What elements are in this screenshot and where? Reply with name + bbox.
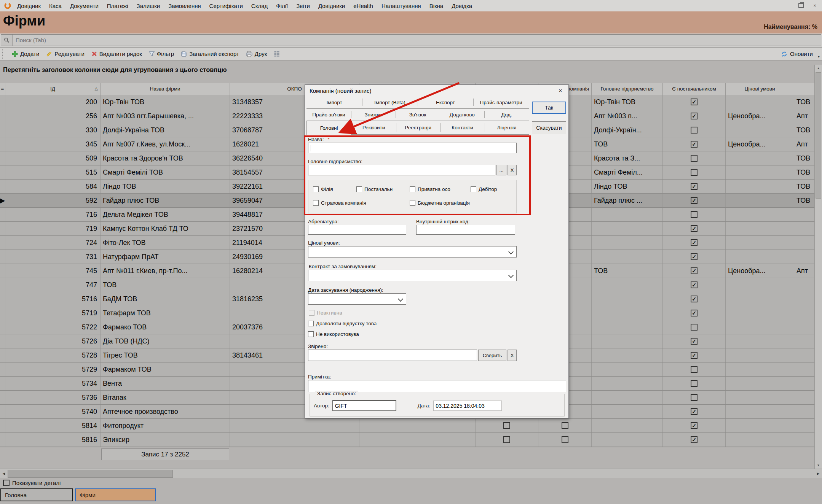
menu-item[interactable]: Платежі: [103, 3, 132, 9]
unchecked-checkbox[interactable]: [562, 422, 568, 429]
delete-row-button[interactable]: Видалити рядок: [88, 49, 145, 59]
show-details-checkbox[interactable]: Показувати деталі: [3, 480, 61, 486]
checked-checkbox[interactable]: ✓: [691, 436, 698, 443]
vertical-scroll-thumb[interactable]: [816, 72, 821, 199]
tab-Прайс-зв'язки[interactable]: Прайс-зв'язки: [306, 108, 351, 121]
ok-button[interactable]: Так: [532, 102, 566, 114]
table-row[interactable]: 5814Фитопродукт✓: [0, 419, 822, 433]
refresh-dropdown-icon[interactable]: ▾: [818, 54, 820, 59]
flag-checkbox[interactable]: Філія: [313, 186, 333, 192]
company-name-input[interactable]: [308, 143, 517, 153]
checked-checkbox[interactable]: ✓: [691, 183, 698, 190]
menu-item[interactable]: Довідник: [13, 3, 45, 9]
barcode-input[interactable]: [416, 225, 515, 235]
scroll-left-icon[interactable]: ◀: [0, 469, 8, 478]
menu-item[interactable]: Вікна: [425, 3, 448, 9]
menu-item[interactable]: Замовлення: [164, 3, 205, 9]
scroll-right-icon[interactable]: ▶: [814, 469, 822, 478]
horizontal-scroll-thumb[interactable]: [8, 470, 173, 478]
tab-Знижки[interactable]: Знижки: [351, 108, 396, 121]
checked-checkbox[interactable]: ✓: [691, 422, 698, 429]
unchecked-checkbox[interactable]: [691, 380, 698, 387]
price-terms-select[interactable]: [308, 246, 517, 258]
flag-checkbox[interactable]: Приватна осо: [410, 186, 450, 192]
flag-checkbox[interactable]: Бюджетна організація: [410, 200, 470, 206]
verified-input[interactable]: [308, 350, 477, 361]
close-icon[interactable]: ×: [809, 1, 820, 10]
filter-button[interactable]: Фільтр: [145, 49, 177, 59]
menu-item[interactable]: Філії: [272, 3, 292, 9]
clear-button[interactable]: X: [508, 165, 517, 175]
checked-checkbox[interactable]: ✓: [691, 281, 698, 288]
restore-icon[interactable]: [795, 1, 807, 10]
checked-checkbox[interactable]: ✓: [691, 267, 698, 274]
edit-button[interactable]: Редагувати: [43, 49, 88, 59]
minimize-icon[interactable]: –: [782, 1, 793, 10]
vertical-scrollbar[interactable]: ▲ ▼: [814, 65, 822, 469]
toolbar-grip[interactable]: [2, 49, 5, 59]
checked-checkbox[interactable]: ✓: [691, 113, 698, 119]
tab-Головні[interactable]: Головні: [306, 121, 351, 135]
checked-checkbox[interactable]: ✓: [691, 253, 698, 260]
tab-Ліцензія[interactable]: Ліцензія: [485, 121, 529, 134]
unchecked-checkbox[interactable]: [691, 155, 698, 162]
column-header-name[interactable]: Назва фірми: [101, 83, 230, 95]
checked-checkbox[interactable]: ✓: [691, 99, 698, 105]
checked-checkbox[interactable]: ✓: [691, 408, 698, 415]
tab-Дод.[interactable]: Дод.: [484, 108, 529, 121]
horizontal-scrollbar[interactable]: ◀ ▶: [0, 469, 822, 478]
flag-checkbox[interactable]: Дебітор: [471, 186, 497, 192]
unchecked-checkbox[interactable]: [691, 394, 698, 401]
checked-checkbox[interactable]: ✓: [691, 239, 698, 246]
menu-item[interactable]: Звіти: [292, 3, 314, 9]
checked-checkbox[interactable]: ✓: [691, 141, 698, 148]
menu-item[interactable]: Залишки: [132, 3, 164, 9]
contract-select[interactable]: [308, 270, 517, 281]
tab-Експорт[interactable]: Експорт: [418, 96, 473, 108]
head-company-input[interactable]: [308, 165, 495, 175]
menu-item[interactable]: eHealth: [349, 3, 377, 9]
unchecked-checkbox[interactable]: [691, 324, 698, 331]
menu-item[interactable]: Каса: [45, 3, 66, 9]
date-input[interactable]: [433, 401, 502, 411]
checked-checkbox[interactable]: ✓: [691, 225, 698, 232]
sort-ascending-icon[interactable]: △: [95, 86, 98, 91]
unchecked-checkbox[interactable]: [691, 366, 698, 373]
search-input[interactable]: [13, 37, 821, 43]
export-button[interactable]: Загальний експорт: [177, 49, 243, 59]
column-header-head[interactable]: Головне підприємство: [592, 83, 663, 95]
author-input[interactable]: [332, 400, 396, 411]
search-box[interactable]: [1, 34, 821, 46]
unchecked-checkbox[interactable]: [691, 169, 698, 176]
not-use-checkbox[interactable]: Не використовува: [308, 331, 359, 337]
tab-Реквізити[interactable]: Реквізити: [351, 121, 396, 134]
tab-Прайс-параметри[interactable]: Прайс-параметри: [473, 96, 529, 108]
checked-checkbox[interactable]: ✓: [691, 338, 698, 345]
tab-Зв'язок[interactable]: Зв'язок: [396, 108, 440, 121]
unchecked-checkbox[interactable]: [691, 127, 698, 134]
print-button[interactable]: Друк: [243, 49, 270, 59]
scroll-down-icon[interactable]: ▼: [815, 462, 822, 469]
column-header-id[interactable]: ІД△: [5, 83, 101, 95]
founded-date-select[interactable]: [308, 293, 406, 305]
checked-checkbox[interactable]: ✓: [691, 296, 698, 302]
menu-item[interactable]: Довідка: [447, 3, 476, 9]
dialog-close-icon[interactable]: ×: [555, 86, 566, 95]
column-header-price[interactable]: Цінові умови: [726, 83, 794, 95]
abbreviation-input[interactable]: [308, 225, 406, 235]
verify-clear-button[interactable]: X: [508, 350, 517, 361]
window-tab-Головна[interactable]: Головна: [0, 488, 73, 501]
tab-Реестрація[interactable]: Реестрація: [396, 121, 440, 134]
menu-item[interactable]: Документи: [66, 3, 103, 9]
lookup-button[interactable]: ...: [496, 165, 506, 175]
menu-item[interactable]: Склад: [247, 3, 272, 9]
cancel-button[interactable]: Скасувати: [532, 121, 566, 134]
allow-dispense-checkbox[interactable]: Дозволяти відпустку това: [308, 321, 377, 326]
unchecked-checkbox[interactable]: [691, 211, 698, 218]
refresh-button[interactable]: Оновити: [781, 48, 813, 60]
unchecked-checkbox[interactable]: [562, 436, 568, 443]
checked-checkbox[interactable]: ✓: [691, 197, 698, 204]
unchecked-checkbox[interactable]: [503, 436, 510, 443]
column-header-sup[interactable]: Є постачальником: [663, 83, 726, 95]
menu-item[interactable]: Довідники: [314, 3, 349, 9]
